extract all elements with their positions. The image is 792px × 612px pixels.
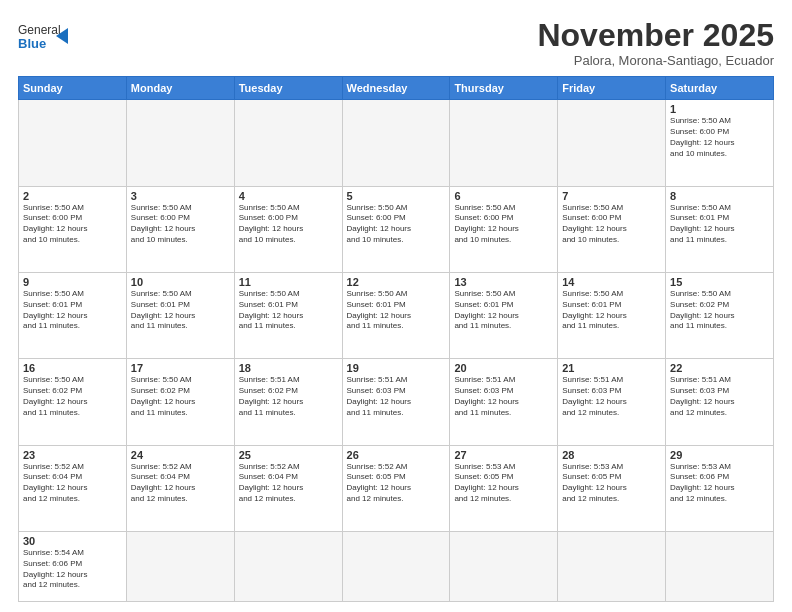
day-cell: 8Sunrise: 5:50 AM Sunset: 6:01 PM Daylig… — [666, 186, 774, 272]
week-row-4: 16Sunrise: 5:50 AM Sunset: 6:02 PM Dayli… — [19, 359, 774, 445]
location-subtitle: Palora, Morona-Santiago, Ecuador — [537, 53, 774, 68]
logo: General Blue — [18, 18, 68, 58]
day-info: Sunrise: 5:50 AM Sunset: 6:00 PM Dayligh… — [454, 203, 553, 246]
day-number: 3 — [131, 190, 230, 202]
day-cell — [450, 100, 558, 186]
day-header-sunday: Sunday — [19, 77, 127, 100]
day-number: 10 — [131, 276, 230, 288]
day-number: 21 — [562, 362, 661, 374]
day-number: 4 — [239, 190, 338, 202]
day-cell: 25Sunrise: 5:52 AM Sunset: 6:04 PM Dayli… — [234, 445, 342, 531]
day-cell: 9Sunrise: 5:50 AM Sunset: 6:01 PM Daylig… — [19, 272, 127, 358]
day-number: 11 — [239, 276, 338, 288]
day-cell: 22Sunrise: 5:51 AM Sunset: 6:03 PM Dayli… — [666, 359, 774, 445]
day-number: 16 — [23, 362, 122, 374]
day-header-row: SundayMondayTuesdayWednesdayThursdayFrid… — [19, 77, 774, 100]
month-title: November 2025 — [537, 18, 774, 53]
header: General Blue November 2025 Palora, Moron… — [18, 18, 774, 68]
day-cell — [19, 100, 127, 186]
day-number: 26 — [347, 449, 446, 461]
day-info: Sunrise: 5:52 AM Sunset: 6:04 PM Dayligh… — [23, 462, 122, 505]
day-cell: 1Sunrise: 5:50 AM Sunset: 6:00 PM Daylig… — [666, 100, 774, 186]
day-number: 9 — [23, 276, 122, 288]
day-cell — [558, 531, 666, 601]
day-cell: 6Sunrise: 5:50 AM Sunset: 6:00 PM Daylig… — [450, 186, 558, 272]
day-number: 5 — [347, 190, 446, 202]
day-number: 8 — [670, 190, 769, 202]
day-info: Sunrise: 5:50 AM Sunset: 6:00 PM Dayligh… — [131, 203, 230, 246]
day-cell: 12Sunrise: 5:50 AM Sunset: 6:01 PM Dayli… — [342, 272, 450, 358]
day-cell: 24Sunrise: 5:52 AM Sunset: 6:04 PM Dayli… — [126, 445, 234, 531]
day-number: 2 — [23, 190, 122, 202]
day-info: Sunrise: 5:52 AM Sunset: 6:05 PM Dayligh… — [347, 462, 446, 505]
day-cell: 29Sunrise: 5:53 AM Sunset: 6:06 PM Dayli… — [666, 445, 774, 531]
day-cell: 10Sunrise: 5:50 AM Sunset: 6:01 PM Dayli… — [126, 272, 234, 358]
day-info: Sunrise: 5:50 AM Sunset: 6:01 PM Dayligh… — [454, 289, 553, 332]
day-info: Sunrise: 5:50 AM Sunset: 6:00 PM Dayligh… — [239, 203, 338, 246]
logo-icon: General Blue — [18, 18, 68, 58]
day-number: 24 — [131, 449, 230, 461]
day-number: 15 — [670, 276, 769, 288]
day-number: 30 — [23, 535, 122, 547]
day-cell: 5Sunrise: 5:50 AM Sunset: 6:00 PM Daylig… — [342, 186, 450, 272]
day-info: Sunrise: 5:50 AM Sunset: 6:01 PM Dayligh… — [562, 289, 661, 332]
page: General Blue November 2025 Palora, Moron… — [0, 0, 792, 612]
day-info: Sunrise: 5:52 AM Sunset: 6:04 PM Dayligh… — [239, 462, 338, 505]
day-info: Sunrise: 5:51 AM Sunset: 6:03 PM Dayligh… — [670, 375, 769, 418]
day-number: 7 — [562, 190, 661, 202]
day-number: 19 — [347, 362, 446, 374]
day-cell — [126, 531, 234, 601]
day-number: 12 — [347, 276, 446, 288]
day-cell: 30Sunrise: 5:54 AM Sunset: 6:06 PM Dayli… — [19, 531, 127, 601]
day-cell — [666, 531, 774, 601]
day-cell: 3Sunrise: 5:50 AM Sunset: 6:00 PM Daylig… — [126, 186, 234, 272]
day-cell: 19Sunrise: 5:51 AM Sunset: 6:03 PM Dayli… — [342, 359, 450, 445]
week-row-3: 9Sunrise: 5:50 AM Sunset: 6:01 PM Daylig… — [19, 272, 774, 358]
day-cell — [342, 531, 450, 601]
day-info: Sunrise: 5:50 AM Sunset: 6:02 PM Dayligh… — [131, 375, 230, 418]
day-number: 14 — [562, 276, 661, 288]
day-cell — [450, 531, 558, 601]
day-info: Sunrise: 5:50 AM Sunset: 6:01 PM Dayligh… — [670, 203, 769, 246]
day-cell: 7Sunrise: 5:50 AM Sunset: 6:00 PM Daylig… — [558, 186, 666, 272]
day-cell: 21Sunrise: 5:51 AM Sunset: 6:03 PM Dayli… — [558, 359, 666, 445]
day-number: 17 — [131, 362, 230, 374]
day-cell — [558, 100, 666, 186]
day-cell: 13Sunrise: 5:50 AM Sunset: 6:01 PM Dayli… — [450, 272, 558, 358]
day-cell: 16Sunrise: 5:50 AM Sunset: 6:02 PM Dayli… — [19, 359, 127, 445]
day-info: Sunrise: 5:51 AM Sunset: 6:03 PM Dayligh… — [562, 375, 661, 418]
day-info: Sunrise: 5:54 AM Sunset: 6:06 PM Dayligh… — [23, 548, 122, 591]
day-header-friday: Friday — [558, 77, 666, 100]
day-header-saturday: Saturday — [666, 77, 774, 100]
day-cell — [234, 531, 342, 601]
day-cell: 26Sunrise: 5:52 AM Sunset: 6:05 PM Dayli… — [342, 445, 450, 531]
day-cell — [342, 100, 450, 186]
day-number: 18 — [239, 362, 338, 374]
day-cell: 20Sunrise: 5:51 AM Sunset: 6:03 PM Dayli… — [450, 359, 558, 445]
day-cell: 4Sunrise: 5:50 AM Sunset: 6:00 PM Daylig… — [234, 186, 342, 272]
svg-text:General: General — [18, 23, 61, 37]
day-number: 25 — [239, 449, 338, 461]
day-number: 6 — [454, 190, 553, 202]
day-cell: 28Sunrise: 5:53 AM Sunset: 6:05 PM Dayli… — [558, 445, 666, 531]
day-cell: 17Sunrise: 5:50 AM Sunset: 6:02 PM Dayli… — [126, 359, 234, 445]
day-info: Sunrise: 5:51 AM Sunset: 6:03 PM Dayligh… — [347, 375, 446, 418]
day-header-tuesday: Tuesday — [234, 77, 342, 100]
day-info: Sunrise: 5:52 AM Sunset: 6:04 PM Dayligh… — [131, 462, 230, 505]
day-info: Sunrise: 5:50 AM Sunset: 6:01 PM Dayligh… — [131, 289, 230, 332]
week-row-5: 23Sunrise: 5:52 AM Sunset: 6:04 PM Dayli… — [19, 445, 774, 531]
day-info: Sunrise: 5:50 AM Sunset: 6:00 PM Dayligh… — [347, 203, 446, 246]
day-cell: 18Sunrise: 5:51 AM Sunset: 6:02 PM Dayli… — [234, 359, 342, 445]
week-row-6: 30Sunrise: 5:54 AM Sunset: 6:06 PM Dayli… — [19, 531, 774, 601]
title-block: November 2025 Palora, Morona-Santiago, E… — [537, 18, 774, 68]
day-header-monday: Monday — [126, 77, 234, 100]
day-header-thursday: Thursday — [450, 77, 558, 100]
day-header-wednesday: Wednesday — [342, 77, 450, 100]
day-cell — [126, 100, 234, 186]
calendar-table: SundayMondayTuesdayWednesdayThursdayFrid… — [18, 76, 774, 602]
day-info: Sunrise: 5:50 AM Sunset: 6:01 PM Dayligh… — [347, 289, 446, 332]
day-cell: 23Sunrise: 5:52 AM Sunset: 6:04 PM Dayli… — [19, 445, 127, 531]
day-number: 29 — [670, 449, 769, 461]
day-number: 23 — [23, 449, 122, 461]
day-info: Sunrise: 5:50 AM Sunset: 6:02 PM Dayligh… — [23, 375, 122, 418]
